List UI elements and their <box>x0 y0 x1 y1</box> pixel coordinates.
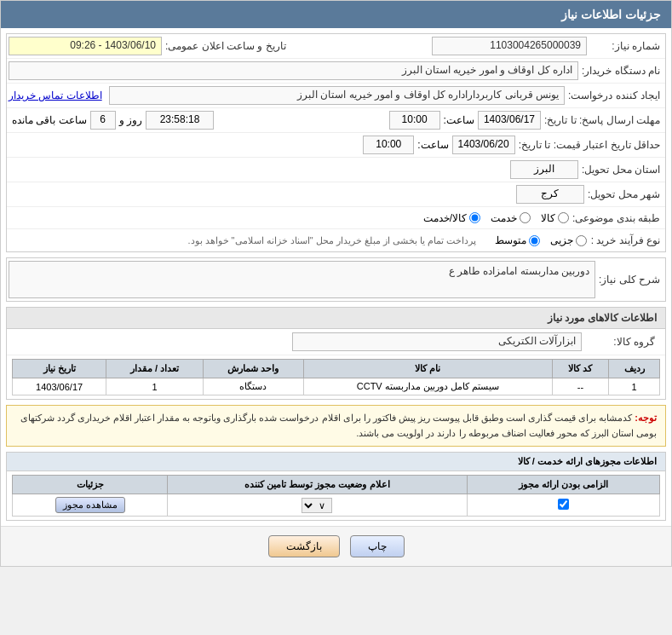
shomare-niaz-value: 1103004265000039 <box>432 37 587 55</box>
radio-motavaset: متوسط <box>495 234 540 246</box>
ostan-value: البرز <box>510 160 578 179</box>
alam-select[interactable]: ∨ -- <box>302 498 332 513</box>
tarikh-label: تاریخ و ساعت اعلان عمومی: <box>162 40 290 52</box>
shahr-value: کرج <box>516 185 584 204</box>
row-noefar: نوع فرآیند خرید : جزیی متوسط پرداخت تمام… <box>7 229 665 251</box>
supplier-alam: ∨ -- <box>168 494 467 517</box>
radio-motavaset-label: متوسط <box>495 234 526 246</box>
view-mojaz-button[interactable]: مشاهده مجوز <box>55 497 125 513</box>
col-kod: کد کالا <box>552 360 608 378</box>
row-group-kala: گروه کالا: ابزارآلات الکتریکی <box>7 329 665 355</box>
cell-tedad: 1 <box>106 378 204 395</box>
col-tedad: تعداد / مقدار <box>106 360 204 378</box>
page-header: جزئیات اطلاعات نیاز <box>1 1 671 28</box>
supplier-header: اطلاعات مجوزهای ارائه خدمت / کالا <box>7 453 665 471</box>
hadaqal-label: حداقل تاریخ اعتبار قیمت: تا تاریخ: <box>515 139 663 151</box>
row-mohlat: مهلت ارسال پاسخ: تا تاریخ: 1403/06/17 سا… <box>7 108 665 133</box>
main-info-section: شماره نیاز: 1103004265000039 تاریخ و ساع… <box>6 33 666 252</box>
noefar-radio-group: جزیی متوسط پرداخت تمام یا بخشی از مبلغ خ… <box>9 234 587 246</box>
group-kala-value: ابزارآلات الکتریکی <box>292 332 583 351</box>
nam-dastgah-label: نام دستگاه خریدار: <box>578 65 663 77</box>
radio-kala-khadamat-input[interactable] <box>469 212 480 223</box>
tabaqe-label: طبقه بندی موضوعی: <box>569 212 663 224</box>
radio-khadamat-label: خدمت <box>491 212 517 224</box>
noefar-label: نوع فرآیند خرید : <box>587 234 663 246</box>
ostan-label: استان محل تحویل: <box>578 164 663 176</box>
radio-jozee: جزیی <box>550 234 587 246</box>
note-title: توجه: <box>635 413 657 423</box>
rooz-label: روز و <box>119 114 142 126</box>
note-text: کدمشابه برای قیمت گذاری است وطبق قابل پی… <box>20 413 657 438</box>
saat-label2: ساعت: <box>417 139 448 151</box>
hadaqal-saat: 10:00 <box>363 136 414 154</box>
shomare-niaz-label: شماره نیاز: <box>587 40 663 52</box>
ijad-label: ایجاد کننده درخواست: <box>565 89 663 101</box>
col-alam: اعلام وضعیت مجوز توسط تامین کننده <box>168 476 467 494</box>
table-row: 1--سیستم کامل دوربین مداربسته CCTVدستگاه… <box>13 378 660 395</box>
radio-khadamat-input[interactable] <box>520 212 531 223</box>
mohlat-mande: 23:58:18 <box>146 111 214 130</box>
group-kala-label: گروه کالا: <box>582 336 658 348</box>
supplier-joziat: مشاهده مجوز <box>13 494 168 517</box>
cell-vahedshomaresh: دستگاه <box>203 378 303 395</box>
back-button[interactable]: بازگشت <box>268 535 340 557</box>
mande-label: ساعت باقی مانده <box>12 114 87 126</box>
radio-khadamat: خدمت <box>491 212 531 224</box>
row-shahr: شهر محل تحویل: کرج <box>7 182 665 207</box>
tarikh-value: 1403/06/10 - 09:26 <box>9 37 162 55</box>
sharh-label: شرح کلی نیاز: <box>595 274 663 286</box>
kala-table-wrapper: ردیف کد کالا نام کالا واحد شمارش تعداد /… <box>7 355 665 399</box>
col-joziat: جزئیات <box>13 476 168 494</box>
page-title: جزئیات اطلاعات نیاز <box>561 8 661 21</box>
radio-kala-khadamat: کالا/خدمت <box>423 212 480 224</box>
print-button[interactable]: چاپ <box>350 535 405 557</box>
col-tarikh: تاریخ نیاز <box>13 360 106 378</box>
supplier-table: الزامی بودن ارائه مجوز اعلام وضعیت مجوز … <box>12 475 660 517</box>
cell-kodkala: -- <box>552 378 608 395</box>
row-ostan: استان محل تحویل: البرز <box>7 158 665 182</box>
kalaha-section: اطلاعات کالاهای مورد نیاز گروه کالا: ابز… <box>6 307 666 400</box>
col-nam: نام کالا <box>304 360 553 378</box>
elzami-checkbox[interactable] <box>558 499 569 510</box>
hadaqal-date: 1403/06/20 <box>452 136 515 154</box>
col-radif: ردیف <box>609 360 660 378</box>
cell-namkala: سیستم کامل دوربین مداربسته CCTV <box>304 378 553 395</box>
mohlat-date: 1403/06/17 <box>478 111 541 130</box>
supplier-row: ∨ -- مشاهده مجوز <box>13 494 660 517</box>
row-tabaqe: طبقه بندی موضوعی: کالا خدمت کالا/خدمت <box>7 207 665 229</box>
etelaat-link[interactable]: اطلاعات تماس خریدار <box>9 89 102 101</box>
noefar-note: پرداخت تمام یا بخشی از مبلغ خریدار محل "… <box>187 235 476 246</box>
button-bar: چاپ بازگشت <box>1 526 671 566</box>
mohlat-rooz: 6 <box>90 111 116 130</box>
supplier-elzami <box>467 494 659 517</box>
row-shomare-tarikh: شماره نیاز: 1103004265000039 تاریخ و ساع… <box>7 34 665 59</box>
radio-motavaset-input[interactable] <box>529 235 540 246</box>
radio-kala-khadamat-label: کالا/خدمت <box>423 212 467 224</box>
shahr-label: شهر محل تحویل: <box>584 188 663 200</box>
row-namdastgah: نام دستگاه خریدار: اداره کل اوقاف و امور… <box>7 59 665 84</box>
kala-table: ردیف کد کالا نام کالا واحد شمارش تعداد /… <box>12 359 660 395</box>
note-box: توجه: کدمشابه برای قیمت گذاری است وطبق ق… <box>6 405 666 447</box>
row-sharh: شرح کلی نیاز: دوربین مداربسته امامزاده ط… <box>7 258 665 301</box>
col-vahed: واحد شمارش <box>203 360 303 378</box>
radio-jozee-input[interactable] <box>576 235 587 246</box>
col-elzami: الزامی بودن ارائه مجوز <box>467 476 659 494</box>
saat-label1: ساعت: <box>444 114 474 126</box>
row-hadaqal: حداقل تاریخ اعتبار قیمت: تا تاریخ: 1403/… <box>7 133 665 158</box>
tabaqe-radio-group: کالا خدمت کالا/خدمت <box>9 212 569 224</box>
mohlat-saat: 10:00 <box>389 111 440 130</box>
nam-dastgah-value: اداره کل اوقاف و امور خیریه استان البرز <box>9 61 578 80</box>
sharh-section: شرح کلی نیاز: دوربین مداربسته امامزاده ط… <box>6 257 666 302</box>
page-container: جزئیات اطلاعات نیاز شماره نیاز: 11030042… <box>0 0 672 567</box>
kalaha-header: اطلاعات کالاهای مورد نیاز <box>7 308 665 329</box>
mohlat-label: مهلت ارسال پاسخ: تا تاریخ: <box>541 114 663 126</box>
radio-kala-input[interactable] <box>558 212 569 223</box>
radio-jozee-label: جزیی <box>550 234 573 246</box>
sharh-value: دوربین مداربسته امامزاده طاهر ع <box>9 261 595 298</box>
cell-radif: 1 <box>609 378 660 395</box>
supplier-section: اطلاعات مجوزهای ارائه خدمت / کالا الزامی… <box>6 452 666 521</box>
supplier-table-wrapper: الزامی بودن ارائه مجوز اعلام وضعیت مجوز … <box>7 471 665 520</box>
row-ijad: ایجاد کننده درخواست: یونس قربانی کاربردا… <box>7 84 665 108</box>
radio-kala-label: کالا <box>541 212 555 224</box>
cell-tarikhniaz: 1403/06/17 <box>13 378 106 395</box>
